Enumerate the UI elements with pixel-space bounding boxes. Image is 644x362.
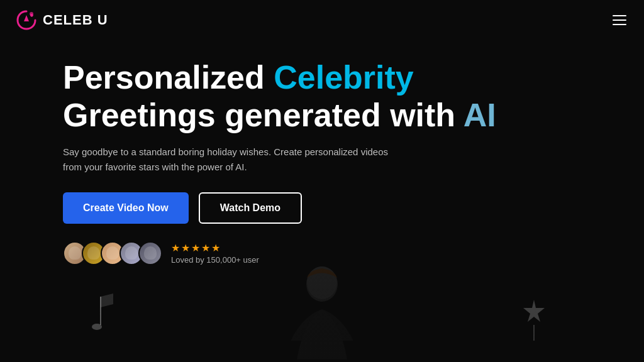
menu-line-3 bbox=[613, 24, 626, 25]
logo-icon bbox=[15, 9, 38, 31]
headline-text-2: Greetings generated with bbox=[63, 97, 464, 133]
left-decoration bbox=[82, 290, 119, 343]
social-proof: ★ ★ ★ ★ ★ Loved by 150,000+ user bbox=[63, 241, 644, 265]
star-1: ★ bbox=[171, 242, 180, 254]
headline-line-2: Greetings generated with AI bbox=[63, 97, 644, 134]
star-5: ★ bbox=[211, 242, 220, 254]
star-2: ★ bbox=[181, 242, 190, 254]
menu-line-1 bbox=[613, 15, 626, 16]
header: CELEB U bbox=[0, 0, 644, 40]
star-rating: ★ ★ ★ ★ ★ bbox=[171, 242, 259, 254]
logo-text: CELEB U bbox=[43, 12, 108, 28]
logo-area[interactable]: CELEB U bbox=[15, 9, 108, 31]
hero-subtext: Say goodbye to a standard boring holiday… bbox=[63, 145, 402, 175]
star-3: ★ bbox=[191, 242, 200, 254]
user-avatars bbox=[63, 241, 162, 265]
social-text: ★ ★ ★ ★ ★ Loved by 150,000+ user bbox=[171, 242, 259, 265]
avatar-5 bbox=[138, 241, 162, 265]
create-video-button[interactable]: Create Video Now bbox=[63, 192, 189, 224]
hamburger-menu-button[interactable] bbox=[610, 13, 629, 28]
right-decoration bbox=[518, 297, 550, 343]
headline-celebrity: Celebrity bbox=[274, 59, 414, 96]
main-content: Personalized Celebrity Greetings generat… bbox=[0, 40, 644, 265]
svg-point-0 bbox=[30, 12, 33, 16]
button-row: Create Video Now Watch Demo bbox=[63, 192, 644, 224]
hero-headline: Personalized Celebrity Greetings generat… bbox=[63, 59, 644, 134]
headline-text-1: Personalized bbox=[63, 59, 274, 96]
star-4: ★ bbox=[201, 242, 210, 254]
headline-line-1: Personalized Celebrity bbox=[63, 59, 644, 97]
celebrity-silhouette bbox=[253, 265, 391, 362]
bottom-decoration bbox=[0, 261, 644, 362]
headline-ai: AI bbox=[464, 97, 496, 133]
menu-line-2 bbox=[613, 19, 626, 21]
loved-by-text: Loved by 150,000+ user bbox=[171, 255, 259, 265]
right-deco-icon bbox=[518, 297, 550, 341]
svg-point-1 bbox=[92, 324, 102, 330]
svg-marker-4 bbox=[523, 300, 545, 322]
left-deco-icon bbox=[82, 290, 119, 341]
person-svg bbox=[253, 265, 391, 359]
watch-demo-button[interactable]: Watch Demo bbox=[199, 192, 302, 224]
